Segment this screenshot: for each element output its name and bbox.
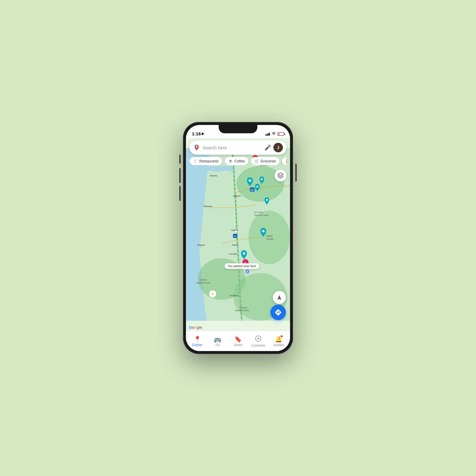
google-maps-logo	[193, 144, 200, 151]
chip-coffee-label: Coffee	[234, 159, 245, 163]
nav-explore[interactable]: 📍 Explore	[187, 334, 207, 348]
svg-text:RESER...: RESER...	[266, 238, 275, 240]
coffee-icon: ☕	[228, 159, 233, 163]
svg-point-38	[243, 252, 245, 255]
status-time: 1:16 ▶	[192, 131, 204, 136]
time-display: 1:16	[192, 131, 201, 136]
search-bar[interactable]: Search here 🎤 J	[190, 140, 286, 155]
search-input[interactable]: Search here	[203, 145, 262, 150]
power-button	[295, 164, 297, 181]
svg-point-36	[266, 199, 268, 201]
location-arrow-icon: ▶	[202, 132, 204, 136]
svg-text:Tillamook: Tillamook	[203, 205, 212, 207]
volume-up-button	[179, 168, 181, 183]
svg-text:Astoria: Astoria	[210, 174, 217, 177]
svg-text:Salem: Salem	[231, 229, 238, 231]
navigation-icon	[276, 295, 282, 300]
silent-switch	[179, 155, 181, 164]
contribute-label: Contribute	[251, 344, 265, 347]
parked-tooltip: You parked near here	[225, 263, 259, 269]
chip-gas[interactable]: ⛽	[282, 157, 286, 165]
restaurants-icon: 🍴	[193, 159, 198, 163]
microphone-icon[interactable]: 🎤	[264, 144, 271, 151]
signal-icon	[265, 133, 270, 136]
saved-icon: 🔖	[234, 336, 242, 343]
svg-text:Hillsboro: Hillsboro	[233, 195, 241, 197]
nav-updates[interactable]: 🔔 Updates	[269, 334, 289, 348]
chip-restaurants-label: Restaurants	[199, 159, 219, 163]
svg-text:Siuslaw: Siuslaw	[199, 279, 207, 281]
saved-label: Saved	[234, 343, 242, 347]
go-icon: 🚌	[214, 336, 221, 343]
gas-icon: ⛽	[286, 159, 286, 163]
svg-point-33	[249, 179, 251, 182]
go-label: Go	[216, 343, 220, 347]
svg-point-34	[256, 186, 258, 187]
phone-screen: 1:16 ▶	[186, 125, 290, 351]
map-area[interactable]: Salem Albany Corvallis Hillsboro Newport…	[186, 138, 290, 331]
layers-button[interactable]	[275, 170, 286, 181]
explore-label: Explore	[192, 343, 202, 347]
svg-text:Newport: Newport	[197, 244, 205, 246]
svg-point-2	[248, 211, 290, 264]
chips-container: 🍴 Restaurants ☕ Coffee 🛒 Groceries ⛽	[190, 157, 286, 165]
layers-icon	[277, 172, 284, 179]
chip-restaurants[interactable]: 🍴 Restaurants	[190, 157, 222, 165]
battery-icon	[278, 132, 284, 136]
groceries-icon: 🛒	[254, 159, 259, 163]
explore-icon: 📍	[194, 336, 201, 343]
chip-groceries[interactable]: 🛒 Groceries	[251, 157, 280, 165]
nav-contribute[interactable]: Contribute	[248, 333, 268, 349]
search-bar-container: Search here 🎤 J	[190, 140, 286, 155]
updates-label: Updates	[273, 343, 284, 347]
user-avatar[interactable]: J	[273, 143, 283, 152]
svg-text:National Forest: National Forest	[235, 309, 249, 311]
svg-text:Corvallis: Corvallis	[229, 253, 237, 255]
svg-text:National Forest: National Forest	[196, 282, 211, 284]
status-icons	[265, 132, 284, 136]
svg-point-35	[261, 178, 263, 180]
svg-point-48	[196, 146, 198, 148]
svg-text:Albany: Albany	[232, 244, 239, 246]
wifi-icon	[272, 132, 276, 136]
svg-text:National Forest: National Forest	[254, 214, 269, 216]
updates-icon: 🔔	[275, 336, 282, 343]
svg-text:84: 84	[251, 189, 253, 191]
chip-coffee[interactable]: ☕ Coffee	[225, 157, 248, 165]
svg-text:Umpqua: Umpqua	[239, 306, 248, 309]
svg-point-37	[262, 230, 264, 232]
volume-down-button	[179, 186, 181, 201]
contribute-icon	[255, 335, 262, 343]
google-map-watermark: Google	[189, 325, 202, 330]
chip-groceries-label: Groceries	[261, 159, 276, 163]
nav-saved[interactable]: 🔖 Saved	[228, 334, 248, 348]
svg-text:Mt. Hood: Mt. Hood	[254, 211, 263, 213]
svg-text:★: ★	[211, 292, 214, 296]
directions-icon	[274, 309, 282, 316]
svg-point-44	[247, 271, 248, 272]
svg-text:5: 5	[234, 235, 236, 238]
svg-text:WARM: WARM	[266, 235, 273, 237]
my-location-button[interactable]	[273, 291, 286, 304]
navigate-button[interactable]	[270, 305, 286, 320]
nav-go[interactable]: 🚌 Go	[207, 334, 228, 348]
phone-frame: 1:16 ▶	[183, 122, 293, 354]
notch	[219, 125, 257, 133]
bottom-navigation: 📍 Explore 🚌 Go 🔖 Saved Contribute	[186, 331, 290, 351]
svg-text:Roseburg: Roseburg	[230, 295, 239, 297]
